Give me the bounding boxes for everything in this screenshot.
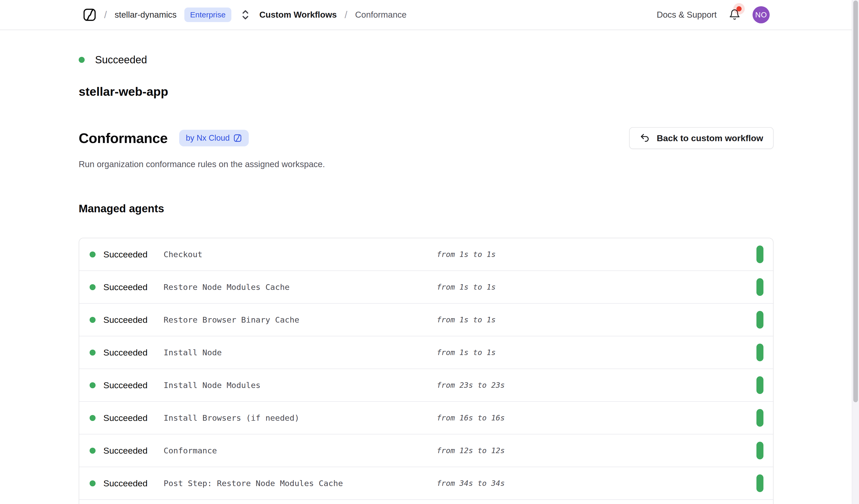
docs-support-link[interactable]: Docs & Support (657, 10, 717, 20)
success-dot-icon (90, 317, 95, 323)
step-progress-bar (756, 409, 764, 427)
step-status: Succeeded (90, 413, 164, 423)
breadcrumb-section[interactable]: Custom Workflows (259, 10, 337, 20)
step-status-label: Succeeded (103, 315, 148, 325)
run-status-label: Succeeded (95, 54, 147, 66)
step-name: Post Step: Restore Node Modules Cache (164, 478, 437, 488)
step-progress-bar (756, 245, 764, 263)
provider-badge[interactable]: by Nx Cloud (179, 130, 249, 147)
step-progress-bar (756, 311, 764, 329)
success-dot-icon (90, 284, 95, 290)
step-status-label: Succeeded (103, 478, 148, 488)
success-dot-icon (90, 350, 95, 355)
breadcrumb: / stellar-dynamics Enterprise Custom Wor… (83, 7, 407, 22)
step-progress-bar (756, 278, 764, 296)
provider-badge-label: by Nx Cloud (186, 133, 230, 143)
user-avatar[interactable]: NO (753, 6, 770, 24)
step-status: Succeeded (90, 249, 164, 260)
org-switcher-chevron-icon[interactable] (241, 9, 250, 20)
nx-cloud-small-icon (233, 134, 242, 142)
success-dot-icon (90, 382, 95, 388)
agent-step-row[interactable]: Succeeded Install Node Modules from 23s … (79, 369, 773, 402)
step-duration: from 23s to 23s (437, 381, 505, 390)
workflow-header: Conformance by Nx Cloud Back to custom w… (79, 127, 773, 149)
agent-step-row[interactable]: Succeeded Post Step: Restore Node Module… (79, 467, 773, 500)
notification-dot (736, 6, 742, 12)
scrollbar-thumb[interactable] (853, 1, 858, 402)
managed-agents-title: Managed agents (79, 202, 773, 215)
page-title: Conformance (79, 130, 168, 146)
undo-arrow-icon (639, 133, 650, 143)
agent-step-row[interactable]: Succeeded Checkout from 1s to 1s (79, 238, 773, 271)
step-name: Restore Browser Binary Cache (164, 315, 437, 324)
breadcrumb-separator: / (345, 9, 347, 20)
step-name: Install Node (164, 348, 437, 357)
step-status: Succeeded (90, 348, 164, 357)
step-duration: from 12s to 12s (437, 446, 505, 455)
workspace-title: stellar-web-app (79, 85, 773, 98)
header-actions: Docs & Support NO (657, 6, 770, 24)
agent-step-row[interactable]: Succeeded Install Node from 1s to 1s (79, 336, 773, 369)
notifications-bell-icon[interactable] (729, 9, 741, 21)
step-duration: from 1s to 1s (437, 282, 496, 291)
step-status-label: Succeeded (103, 282, 148, 292)
agent-step-row[interactable]: Succeeded Install Browsers (if needed) f… (79, 402, 773, 434)
breadcrumb-page: Conformance (355, 10, 407, 20)
success-dot-icon (90, 251, 95, 257)
agent-step-row[interactable]: Succeeded Conformance from 12s to 12s (79, 434, 773, 467)
step-duration: from 1s to 1s (437, 250, 496, 259)
step-duration: from 1s to 1s (437, 315, 496, 324)
agent-step-row[interactable]: Succeeded Restore Browser Binary Cache f… (79, 304, 773, 336)
step-name: Restore Node Modules Cache (164, 282, 437, 292)
agent-step-row[interactable]: Succeeded Post Step: Restore Browser Bin… (79, 500, 773, 504)
page-scrollbar[interactable] (852, 0, 859, 504)
breadcrumb-org[interactable]: stellar-dynamics (115, 10, 177, 20)
step-status: Succeeded (90, 478, 164, 488)
success-dot-icon (90, 448, 95, 454)
step-status: Succeeded (90, 282, 164, 292)
breadcrumb-separator: / (104, 9, 107, 20)
back-to-custom-workflow-button[interactable]: Back to custom workflow (629, 127, 773, 149)
managed-agents-panel: Succeeded Checkout from 1s to 1s Succeed… (79, 238, 773, 504)
step-status-label: Succeeded (103, 249, 148, 260)
back-button-label: Back to custom workflow (657, 133, 763, 143)
step-progress-bar (756, 474, 764, 492)
step-name: Checkout (164, 250, 437, 259)
plan-badge: Enterprise (184, 7, 231, 22)
step-status: Succeeded (90, 380, 164, 390)
step-duration: from 16s to 16s (437, 413, 505, 422)
top-navigation-bar: / stellar-dynamics Enterprise Custom Wor… (0, 0, 859, 30)
success-dot-icon (79, 57, 85, 63)
step-status-label: Succeeded (103, 380, 148, 390)
step-duration: from 34s to 34s (437, 479, 505, 488)
step-status: Succeeded (90, 315, 164, 325)
workflow-description: Run organization conformance rules on th… (79, 159, 773, 169)
main-content: Succeeded stellar-web-app Conformance by… (79, 54, 773, 504)
step-name: Install Node Modules (164, 380, 437, 390)
agent-step-row[interactable]: Succeeded Restore Node Modules Cache fro… (79, 271, 773, 304)
step-duration: from 1s to 1s (437, 348, 496, 357)
step-progress-bar (756, 442, 764, 459)
step-name: Install Browsers (if needed) (164, 413, 437, 423)
step-status: Succeeded (90, 446, 164, 456)
success-dot-icon (90, 480, 95, 486)
success-dot-icon (90, 415, 95, 421)
step-progress-bar (756, 376, 764, 394)
step-status-label: Succeeded (103, 413, 148, 423)
step-status-label: Succeeded (103, 348, 148, 357)
step-progress-bar (756, 343, 764, 361)
step-name: Conformance (164, 446, 437, 455)
step-status-label: Succeeded (103, 446, 148, 456)
nx-cloud-logo-icon[interactable] (83, 8, 96, 21)
run-status: Succeeded (79, 54, 773, 66)
